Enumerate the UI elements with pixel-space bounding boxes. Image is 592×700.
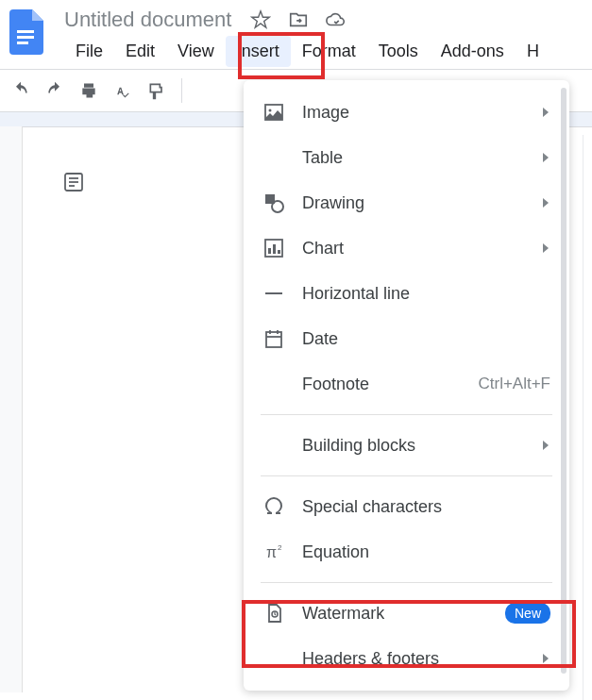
submenu-arrow-icon	[543, 441, 549, 450]
drawing-icon	[262, 192, 285, 214]
right-edge	[583, 135, 592, 700]
svg-rect-2	[17, 42, 28, 44]
menu-addons[interactable]: Add-ons	[430, 36, 516, 67]
spellcheck-icon[interactable]	[113, 81, 132, 100]
menu-format[interactable]: Format	[291, 36, 367, 67]
submenu-arrow-icon	[543, 654, 549, 663]
dd-hline-label: Horizontal line	[302, 284, 550, 304]
dd-headers-footers-label: Headers & footers	[302, 649, 543, 669]
dd-footnote[interactable]: Footnote Ctrl+Alt+F	[244, 361, 569, 407]
outline-icon[interactable]	[62, 171, 85, 193]
image-icon	[262, 101, 285, 124]
menubar: File Edit View Insert Format Tools Add-o…	[64, 36, 592, 67]
svg-point-10	[272, 201, 283, 212]
svg-rect-1	[17, 36, 34, 39]
watermark-icon	[262, 602, 285, 625]
menu-view[interactable]: View	[166, 36, 226, 67]
menu-file[interactable]: File	[64, 36, 114, 67]
left-margin	[0, 126, 23, 692]
dd-special-characters[interactable]: Special characters	[244, 484, 569, 529]
dd-footnote-shortcut: Ctrl+Alt+F	[478, 375, 550, 393]
dd-chart-label: Chart	[302, 239, 543, 258]
dd-chart[interactable]: Chart	[244, 225, 569, 271]
new-badge: New	[505, 603, 550, 624]
toolbar-separator	[181, 78, 182, 103]
dd-building-blocks-label: Building blocks	[302, 436, 543, 456]
dropdown-separator	[261, 582, 552, 583]
dropdown-separator	[261, 475, 552, 476]
dd-building-blocks[interactable]: Building blocks	[244, 423, 569, 468]
header: Untitled document File Edit View Insert …	[0, 0, 592, 67]
menu-tools[interactable]: Tools	[367, 36, 430, 67]
paint-format-icon[interactable]	[147, 81, 166, 100]
dd-table[interactable]: Table	[244, 135, 569, 180]
dd-image[interactable]: Image	[244, 90, 569, 135]
svg-rect-12	[268, 248, 271, 254]
date-icon	[262, 327, 285, 350]
pi-icon: π2	[262, 541, 285, 563]
svg-rect-13	[273, 244, 276, 254]
dd-footnote-label: Footnote	[302, 375, 478, 394]
submenu-arrow-icon	[543, 243, 549, 253]
submenu-arrow-icon	[543, 153, 549, 162]
print-icon[interactable]	[79, 81, 98, 100]
dropdown-separator	[261, 414, 552, 415]
dd-equation-label: Equation	[302, 542, 550, 562]
move-icon[interactable]	[288, 9, 309, 30]
hline-icon	[262, 282, 285, 305]
docs-logo[interactable]	[8, 9, 53, 55]
dd-drawing-label: Drawing	[302, 193, 543, 213]
dd-headers-footers[interactable]: Headers & footers	[244, 636, 569, 681]
svg-point-8	[269, 109, 272, 112]
dd-table-label: Table	[302, 148, 543, 168]
submenu-arrow-icon	[543, 108, 549, 117]
svg-rect-0	[17, 30, 34, 33]
svg-rect-16	[266, 332, 281, 347]
cloud-icon[interactable]	[326, 9, 347, 30]
document-title[interactable]: Untitled document	[64, 8, 231, 32]
dd-watermark[interactable]: Watermark New	[244, 591, 569, 636]
dd-watermark-label: Watermark	[302, 604, 505, 624]
dd-date-label: Date	[302, 329, 550, 349]
redo-icon[interactable]	[45, 81, 64, 100]
svg-rect-14	[278, 250, 280, 254]
dd-image-label: Image	[302, 103, 543, 123]
dd-equation[interactable]: π2 Equation	[244, 529, 569, 575]
dd-date[interactable]: Date	[244, 316, 569, 361]
dd-special-chars-label: Special characters	[302, 497, 550, 517]
svg-text:2: 2	[278, 543, 282, 552]
dd-horizontal-line[interactable]: Horizontal line	[244, 271, 569, 316]
submenu-arrow-icon	[543, 198, 549, 208]
menu-edit[interactable]: Edit	[114, 36, 166, 67]
menu-help[interactable]: H	[516, 36, 550, 67]
undo-icon[interactable]	[11, 81, 30, 100]
svg-text:π: π	[266, 544, 277, 560]
star-icon[interactable]	[250, 9, 271, 30]
omega-icon	[262, 495, 285, 518]
chart-icon	[262, 237, 285, 259]
insert-dropdown: Image Table Drawing Chart Horizontal lin…	[244, 80, 569, 691]
dd-drawing[interactable]: Drawing	[244, 180, 569, 225]
menu-insert[interactable]: Insert	[226, 36, 291, 67]
